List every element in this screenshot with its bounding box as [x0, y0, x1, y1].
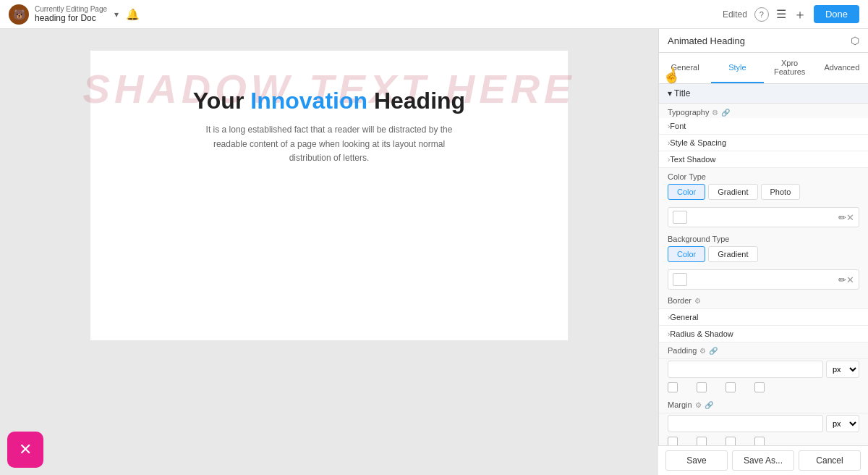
radius-shadow-label: Radius & Shadow	[670, 329, 859, 338]
bg-type-buttons: Color Gradient	[659, 246, 868, 266]
bg-gradient-btn[interactable]: Gradient	[708, 246, 757, 262]
padding-unit-select[interactable]: px em %	[826, 361, 859, 378]
text-shadow-label: Text Shadow	[670, 155, 859, 164]
canvas-page: SHADOW TEXT HERE Your Innovation Heading…	[90, 51, 568, 340]
margin-link-icon[interactable]: 🔗	[705, 401, 713, 409]
canvas: SHADOW TEXT HERE Your Innovation Heading…	[0, 29, 658, 475]
save-as-button[interactable]: Save As...	[732, 450, 794, 471]
page-info: Currently Editing Page heading for Doc	[35, 5, 107, 23]
typography-label: Typography ⚙ 🔗	[659, 104, 868, 118]
padding-link-icon[interactable]: 🔗	[709, 347, 718, 355]
padding-row: Padding ⚙ 🔗	[659, 342, 868, 359]
bg-color-btn[interactable]: Color	[668, 246, 705, 262]
panel-collapse-button[interactable]: ⬡	[851, 35, 859, 46]
main-area: SHADOW TEXT HERE Your Innovation Heading…	[0, 29, 868, 475]
page-status: Currently Editing Page	[35, 5, 107, 13]
color-type-label: Color Type	[659, 168, 868, 184]
padding-checkbox-2[interactable]	[697, 382, 707, 392]
panel-footer: Save Save As... Cancel	[658, 445, 868, 475]
border-icon[interactable]: ⚙	[694, 297, 701, 305]
font-label: Font	[670, 122, 859, 130]
avatar: 🐻	[9, 4, 29, 25]
border-row: Border ⚙	[659, 293, 868, 309]
border-label: Border ⚙	[668, 296, 859, 305]
color-swatch-1[interactable]	[673, 211, 687, 224]
radius-shadow-row[interactable]: › Radius & Shadow	[659, 326, 868, 342]
padding-checkbox-1[interactable]	[668, 382, 678, 392]
color-picker-row-1: ✏ ✕	[668, 207, 859, 227]
tab-xpro[interactable]: Xpro Features	[764, 53, 816, 83]
heading-container: Your Innovation Heading	[119, 87, 539, 114]
add-button[interactable]: ＋	[793, 6, 807, 23]
panel-content: ▾ Title Typography ⚙ 🔗 › Font › Style & …	[659, 84, 868, 475]
margin-unit-select[interactable]: px em %	[826, 415, 859, 432]
color-edit-button-1[interactable]: ✏	[838, 212, 846, 223]
notification-bell-button[interactable]: 🔔	[126, 8, 140, 21]
tab-advanced[interactable]: Advanced	[816, 53, 868, 83]
style-spacing-label: Style & Spacing	[670, 138, 859, 147]
topbar-right: Edited ? ☰ ＋ Done	[723, 5, 859, 23]
padding-checkboxes	[659, 381, 868, 397]
save-button[interactable]: Save	[665, 450, 728, 471]
color-type-buttons: Color Gradient Photo	[659, 184, 868, 204]
photo-btn[interactable]: Photo	[761, 184, 801, 200]
done-button[interactable]: Done	[814, 5, 859, 23]
tab-general[interactable]: General	[659, 53, 711, 83]
heading-animated: Innovation	[250, 88, 367, 114]
padding-icon[interactable]: ⚙	[699, 347, 706, 355]
margin-label: Margin ⚙ 🔗	[668, 400, 859, 409]
close-canvas-button[interactable]: ✕	[7, 432, 43, 468]
panel-header: Animated Heading ⬡	[659, 29, 868, 53]
heading-after: Heading	[367, 88, 465, 114]
page-title: heading for Doc	[35, 13, 107, 23]
color-clear-button-2[interactable]: ✕	[846, 274, 854, 285]
bg-type-label: Background Type	[659, 230, 868, 246]
general-row[interactable]: › General	[659, 309, 868, 326]
page-dropdown-button[interactable]: ▾	[113, 8, 120, 21]
color-clear-button-1[interactable]: ✕	[846, 212, 854, 223]
panel-title: Animated Heading	[668, 35, 745, 46]
padding-label: Padding ⚙ 🔗	[668, 346, 859, 355]
tab-style[interactable]: Style	[711, 53, 763, 83]
color-picker-row-2: ✏ ✕	[668, 269, 859, 290]
topbar-left: 🐻 Currently Editing Page heading for Doc…	[9, 4, 717, 25]
margin-input-row: px em %	[659, 413, 868, 435]
title-section-label: ▾ Title	[668, 88, 690, 98]
list-icon-button[interactable]: ☰	[776, 7, 786, 21]
topbar: 🐻 Currently Editing Page heading for Doc…	[0, 0, 868, 29]
padding-input[interactable]	[668, 361, 823, 378]
help-button[interactable]: ?	[754, 7, 769, 22]
padding-checkbox-4[interactable]	[754, 382, 765, 392]
typography-link-icon[interactable]: 🔗	[721, 109, 730, 117]
title-section-header[interactable]: ▾ Title	[659, 84, 868, 104]
cancel-button[interactable]: Cancel	[799, 450, 861, 471]
margin-icon[interactable]: ⚙	[695, 401, 702, 409]
typography-text: Typography	[668, 108, 709, 117]
general-label: General	[670, 313, 859, 321]
text-shadow-row[interactable]: › Text Shadow	[659, 151, 868, 168]
panel-tabs: General Style Xpro Features Advanced	[659, 53, 868, 84]
color-swatch-2[interactable]	[673, 273, 687, 286]
right-panel: Animated Heading ⬡ General Style Xpro Fe…	[658, 29, 868, 475]
style-spacing-row[interactable]: › Style & Spacing	[659, 135, 868, 151]
color-btn[interactable]: Color	[668, 184, 705, 200]
sub-text: It is a long established fact that a rea…	[192, 123, 467, 165]
typography-icon[interactable]: ⚙	[712, 109, 718, 117]
color-edit-button-2[interactable]: ✏	[838, 274, 846, 285]
font-row[interactable]: › Font	[659, 118, 868, 135]
margin-row: Margin ⚙ 🔗	[659, 397, 868, 413]
margin-input[interactable]	[668, 415, 823, 432]
heading-before: Your	[193, 88, 250, 114]
padding-checkbox-3[interactable]	[726, 382, 736, 392]
padding-input-row: px em %	[659, 359, 868, 381]
edited-label: Edited	[723, 9, 747, 20]
gradient-btn[interactable]: Gradient	[708, 184, 757, 200]
